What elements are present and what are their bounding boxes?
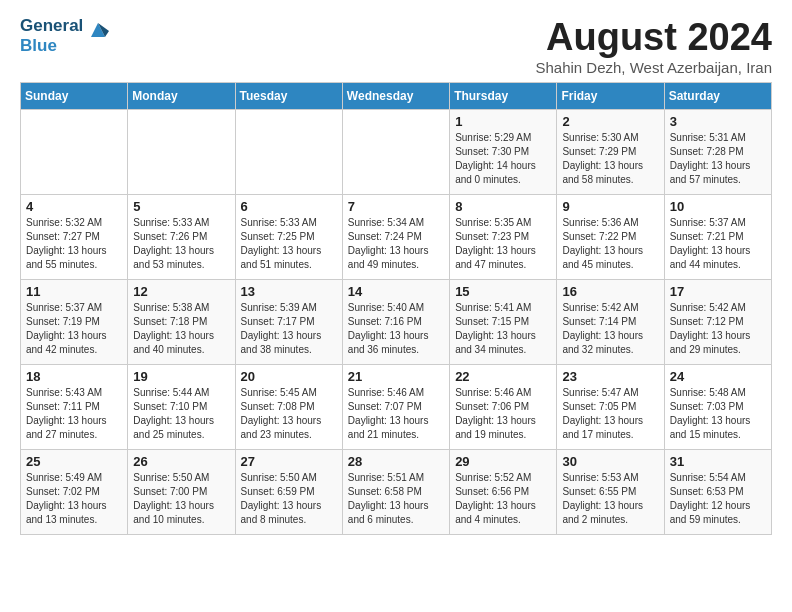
calendar-week-1: 1Sunrise: 5:29 AMSunset: 7:30 PMDaylight… <box>21 110 772 195</box>
day-info: Sunrise: 5:47 AMSunset: 7:05 PMDaylight:… <box>562 386 658 442</box>
calendar-cell: 31Sunrise: 5:54 AMSunset: 6:53 PMDayligh… <box>664 450 771 535</box>
location-title: Shahin Dezh, West Azerbaijan, Iran <box>535 59 772 76</box>
day-number: 3 <box>670 114 766 129</box>
day-info: Sunrise: 5:41 AMSunset: 7:15 PMDaylight:… <box>455 301 551 357</box>
header-thursday: Thursday <box>450 83 557 110</box>
calendar-cell: 18Sunrise: 5:43 AMSunset: 7:11 PMDayligh… <box>21 365 128 450</box>
day-number: 11 <box>26 284 122 299</box>
calendar-cell: 8Sunrise: 5:35 AMSunset: 7:23 PMDaylight… <box>450 195 557 280</box>
header-monday: Monday <box>128 83 235 110</box>
day-number: 14 <box>348 284 444 299</box>
calendar-week-2: 4Sunrise: 5:32 AMSunset: 7:27 PMDaylight… <box>21 195 772 280</box>
day-number: 30 <box>562 454 658 469</box>
day-number: 23 <box>562 369 658 384</box>
logo-icon <box>87 19 109 45</box>
day-info: Sunrise: 5:46 AMSunset: 7:06 PMDaylight:… <box>455 386 551 442</box>
day-info: Sunrise: 5:44 AMSunset: 7:10 PMDaylight:… <box>133 386 229 442</box>
calendar-week-4: 18Sunrise: 5:43 AMSunset: 7:11 PMDayligh… <box>21 365 772 450</box>
calendar-cell: 17Sunrise: 5:42 AMSunset: 7:12 PMDayligh… <box>664 280 771 365</box>
day-number: 13 <box>241 284 337 299</box>
month-title: August 2024 <box>535 16 772 59</box>
day-number: 20 <box>241 369 337 384</box>
header-sunday: Sunday <box>21 83 128 110</box>
day-number: 16 <box>562 284 658 299</box>
day-number: 19 <box>133 369 229 384</box>
calendar-cell: 25Sunrise: 5:49 AMSunset: 7:02 PMDayligh… <box>21 450 128 535</box>
calendar-cell <box>128 110 235 195</box>
calendar-cell <box>21 110 128 195</box>
day-number: 9 <box>562 199 658 214</box>
day-number: 22 <box>455 369 551 384</box>
day-info: Sunrise: 5:40 AMSunset: 7:16 PMDaylight:… <box>348 301 444 357</box>
header-friday: Friday <box>557 83 664 110</box>
calendar-cell: 5Sunrise: 5:33 AMSunset: 7:26 PMDaylight… <box>128 195 235 280</box>
day-number: 15 <box>455 284 551 299</box>
day-number: 10 <box>670 199 766 214</box>
day-info: Sunrise: 5:45 AMSunset: 7:08 PMDaylight:… <box>241 386 337 442</box>
day-info: Sunrise: 5:34 AMSunset: 7:24 PMDaylight:… <box>348 216 444 272</box>
day-info: Sunrise: 5:35 AMSunset: 7:23 PMDaylight:… <box>455 216 551 272</box>
calendar-header-row: SundayMondayTuesdayWednesdayThursdayFrid… <box>21 83 772 110</box>
day-info: Sunrise: 5:31 AMSunset: 7:28 PMDaylight:… <box>670 131 766 187</box>
calendar-week-3: 11Sunrise: 5:37 AMSunset: 7:19 PMDayligh… <box>21 280 772 365</box>
day-number: 12 <box>133 284 229 299</box>
day-number: 2 <box>562 114 658 129</box>
calendar-cell: 30Sunrise: 5:53 AMSunset: 6:55 PMDayligh… <box>557 450 664 535</box>
logo: General Blue <box>20 16 109 55</box>
day-info: Sunrise: 5:30 AMSunset: 7:29 PMDaylight:… <box>562 131 658 187</box>
calendar-cell: 9Sunrise: 5:36 AMSunset: 7:22 PMDaylight… <box>557 195 664 280</box>
day-number: 17 <box>670 284 766 299</box>
calendar-cell: 14Sunrise: 5:40 AMSunset: 7:16 PMDayligh… <box>342 280 449 365</box>
day-info: Sunrise: 5:51 AMSunset: 6:58 PMDaylight:… <box>348 471 444 527</box>
day-info: Sunrise: 5:48 AMSunset: 7:03 PMDaylight:… <box>670 386 766 442</box>
day-info: Sunrise: 5:42 AMSunset: 7:14 PMDaylight:… <box>562 301 658 357</box>
calendar-cell: 10Sunrise: 5:37 AMSunset: 7:21 PMDayligh… <box>664 195 771 280</box>
calendar-cell: 28Sunrise: 5:51 AMSunset: 6:58 PMDayligh… <box>342 450 449 535</box>
title-section: August 2024 Shahin Dezh, West Azerbaijan… <box>535 16 772 76</box>
calendar-cell: 3Sunrise: 5:31 AMSunset: 7:28 PMDaylight… <box>664 110 771 195</box>
day-number: 26 <box>133 454 229 469</box>
calendar-cell: 16Sunrise: 5:42 AMSunset: 7:14 PMDayligh… <box>557 280 664 365</box>
day-number: 29 <box>455 454 551 469</box>
header-tuesday: Tuesday <box>235 83 342 110</box>
calendar-cell: 1Sunrise: 5:29 AMSunset: 7:30 PMDaylight… <box>450 110 557 195</box>
header-wednesday: Wednesday <box>342 83 449 110</box>
day-number: 8 <box>455 199 551 214</box>
day-info: Sunrise: 5:50 AMSunset: 7:00 PMDaylight:… <box>133 471 229 527</box>
calendar-cell: 24Sunrise: 5:48 AMSunset: 7:03 PMDayligh… <box>664 365 771 450</box>
calendar-week-5: 25Sunrise: 5:49 AMSunset: 7:02 PMDayligh… <box>21 450 772 535</box>
day-number: 5 <box>133 199 229 214</box>
day-info: Sunrise: 5:33 AMSunset: 7:25 PMDaylight:… <box>241 216 337 272</box>
day-info: Sunrise: 5:37 AMSunset: 7:19 PMDaylight:… <box>26 301 122 357</box>
calendar-cell: 19Sunrise: 5:44 AMSunset: 7:10 PMDayligh… <box>128 365 235 450</box>
day-info: Sunrise: 5:37 AMSunset: 7:21 PMDaylight:… <box>670 216 766 272</box>
calendar-cell: 12Sunrise: 5:38 AMSunset: 7:18 PMDayligh… <box>128 280 235 365</box>
day-number: 6 <box>241 199 337 214</box>
day-info: Sunrise: 5:52 AMSunset: 6:56 PMDaylight:… <box>455 471 551 527</box>
logo-line2: Blue <box>20 36 57 55</box>
calendar-cell: 7Sunrise: 5:34 AMSunset: 7:24 PMDaylight… <box>342 195 449 280</box>
calendar-cell: 26Sunrise: 5:50 AMSunset: 7:00 PMDayligh… <box>128 450 235 535</box>
day-info: Sunrise: 5:42 AMSunset: 7:12 PMDaylight:… <box>670 301 766 357</box>
header-saturday: Saturday <box>664 83 771 110</box>
day-info: Sunrise: 5:36 AMSunset: 7:22 PMDaylight:… <box>562 216 658 272</box>
calendar-cell: 13Sunrise: 5:39 AMSunset: 7:17 PMDayligh… <box>235 280 342 365</box>
day-number: 31 <box>670 454 766 469</box>
day-info: Sunrise: 5:29 AMSunset: 7:30 PMDaylight:… <box>455 131 551 187</box>
day-info: Sunrise: 5:53 AMSunset: 6:55 PMDaylight:… <box>562 471 658 527</box>
day-info: Sunrise: 5:54 AMSunset: 6:53 PMDaylight:… <box>670 471 766 527</box>
calendar-cell: 21Sunrise: 5:46 AMSunset: 7:07 PMDayligh… <box>342 365 449 450</box>
calendar-cell <box>235 110 342 195</box>
calendar-cell: 22Sunrise: 5:46 AMSunset: 7:06 PMDayligh… <box>450 365 557 450</box>
day-info: Sunrise: 5:46 AMSunset: 7:07 PMDaylight:… <box>348 386 444 442</box>
calendar-cell: 23Sunrise: 5:47 AMSunset: 7:05 PMDayligh… <box>557 365 664 450</box>
calendar-cell: 27Sunrise: 5:50 AMSunset: 6:59 PMDayligh… <box>235 450 342 535</box>
day-info: Sunrise: 5:38 AMSunset: 7:18 PMDaylight:… <box>133 301 229 357</box>
calendar-cell <box>342 110 449 195</box>
calendar-table: SundayMondayTuesdayWednesdayThursdayFrid… <box>20 82 772 535</box>
calendar-cell: 2Sunrise: 5:30 AMSunset: 7:29 PMDaylight… <box>557 110 664 195</box>
day-info: Sunrise: 5:43 AMSunset: 7:11 PMDaylight:… <box>26 386 122 442</box>
day-number: 21 <box>348 369 444 384</box>
calendar-cell: 29Sunrise: 5:52 AMSunset: 6:56 PMDayligh… <box>450 450 557 535</box>
day-number: 4 <box>26 199 122 214</box>
